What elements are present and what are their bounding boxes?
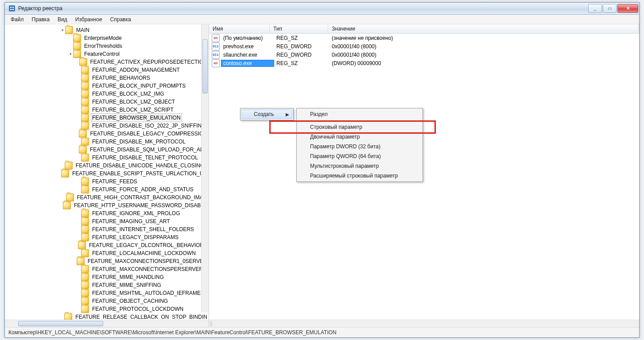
expander-icon[interactable]: ▾ xyxy=(68,50,73,58)
dword-value-icon: 011 xyxy=(212,51,220,59)
tree-item[interactable]: ▾MAIN xyxy=(7,26,209,34)
tree-item[interactable]: FEATURE_BEHAVIORS xyxy=(7,74,209,82)
expander-icon[interactable]: ▾ xyxy=(60,26,65,34)
tree-item[interactable]: FEATURE_DISABLE_MK_PROTOCOL xyxy=(7,138,209,146)
tree-label: FEATURE_BEHAVIORS xyxy=(91,74,151,82)
tree-item[interactable]: FEATURE_BLOCK_LMZ_IMG xyxy=(7,90,209,98)
list-row[interactable]: ab(По умолчанию)REG_SZ(значение не присв… xyxy=(209,34,639,42)
ctx-create[interactable]: Создать ▶ xyxy=(241,109,292,119)
ctx-item[interactable]: Мультистроковый параметр xyxy=(298,161,422,171)
menu-file[interactable]: Файл xyxy=(7,15,28,24)
folder-icon xyxy=(73,50,81,58)
tree-label: FEATURE_DISABLE_LEGACY_COMPRESSION xyxy=(89,130,209,138)
tree-item[interactable]: FEATURE_HIGH_CONTRAST_BACKGROUND_IMAG xyxy=(7,193,209,201)
ctx-item[interactable]: Строковый параметр xyxy=(298,122,422,132)
close-button[interactable]: ✕ xyxy=(617,4,638,13)
context-menu-parent: Создать ▶ xyxy=(240,108,294,120)
folder-icon xyxy=(81,305,89,313)
menubar: Файл Правка Вид Избранное Справка xyxy=(5,15,639,25)
ctx-item[interactable]: Расширяемый строковый параметр xyxy=(298,171,422,181)
tree-item[interactable]: EnterpriseMode xyxy=(7,34,209,42)
tree-item[interactable]: FEATURE_DISABLE_LEGACY_COMPRESSION xyxy=(7,130,209,138)
tree-label: FeatureControl xyxy=(83,50,121,58)
tree-item[interactable]: FEATURE_BLOCK_LMZ_SCRIPT xyxy=(7,106,209,114)
tree-item[interactable]: FEATURE_PROTOCOL_LOCKDOWN xyxy=(7,305,209,313)
tree-item[interactable]: FEATURE_LEGACY_DISPPARAMS xyxy=(7,233,209,241)
tree-item[interactable]: FEATURE_IMAGING_USE_ART xyxy=(7,217,209,225)
tree-label: FEATURE_MAXCONNECTIONSPERSERVER xyxy=(91,265,204,273)
tree-label: ErrorThresholds xyxy=(83,42,124,50)
menu-help[interactable]: Справка xyxy=(106,15,135,24)
list-row[interactable]: 011sllauncher.exeREG_DWORD0x00001f40 (80… xyxy=(209,50,639,59)
col-data[interactable]: Значение xyxy=(328,24,639,33)
tree-item[interactable]: FEATURE_MIME_HANDLING xyxy=(7,273,209,281)
tree-item[interactable]: FEATURE_FEEDS xyxy=(7,178,209,185)
cell-name: sllauncher.exe xyxy=(221,52,274,58)
tree-item[interactable]: FEATURE_ADDON_MANAGEMENT xyxy=(7,66,209,74)
list-header[interactable]: Имя Тип Значение xyxy=(209,24,639,34)
tree-item[interactable]: FEATURE_FORCE_ADDR_AND_STATUS xyxy=(7,185,209,193)
tree-item[interactable]: FEATURE_RELEASE_CALLBACK_ON_STOP_BINDIN xyxy=(7,313,209,320)
value-list-pane: Имя Тип Значение ab(По умолчанию)REG_SZ(… xyxy=(209,24,639,327)
cell-data: 0x00001f40 (8000) xyxy=(330,43,639,50)
ctx-item[interactable]: Раздел xyxy=(298,109,422,119)
cell-data: (DWORD) 00009000 xyxy=(330,60,639,66)
tree-item[interactable]: FEATURE_INTERNET_SHELL_FOLDERS xyxy=(7,225,209,233)
ctx-item[interactable]: Параметр QWORD (64 бита) xyxy=(298,151,422,161)
window-title: Редактор реестра xyxy=(18,5,62,12)
tree-item[interactable]: FEATURE_OBJECT_CACHING xyxy=(7,297,209,305)
col-name[interactable]: Имя xyxy=(209,24,270,33)
tree-item[interactable]: FEATURE_MSHTML_AUTOLOAD_IEFRAME xyxy=(7,289,209,297)
cell-name: contoso.exe xyxy=(221,60,274,67)
tree-label: FEATURE_DISABLE_MK_PROTOCOL xyxy=(91,138,187,146)
tree-label: FEATURE_DISABLE_SQM_UPLOAD_FOR_APP xyxy=(89,146,209,154)
list-horizontal-scrollbar[interactable] xyxy=(209,320,639,327)
tree-item[interactable]: FEATURE_DISABLE_UNICODE_HANDLE_CLOSING_ xyxy=(7,162,209,170)
tree-item[interactable]: ErrorThresholds xyxy=(7,42,209,50)
list-row[interactable]: 011prevhost.exeREG_DWORD0x00001f40 (8000… xyxy=(209,42,639,50)
tree-item[interactable]: FEATURE_HTTP_USERNAME_PASSWORD_DISABLE xyxy=(7,201,209,209)
tree-horizontal-scrollbar[interactable] xyxy=(5,320,209,327)
tree-item[interactable]: FEATURE_DISABLE_SQM_UPLOAD_FOR_APP xyxy=(7,146,209,154)
cell-data: 0x00001f40 (8000) xyxy=(330,52,639,58)
tree-label: FEATURE_LOCALMACHINE_LOCKDOWN xyxy=(91,249,197,257)
tree-item[interactable]: FEATURE_MIME_SNIFFING xyxy=(7,281,209,289)
tree-pane: ▾MAINEnterpriseModeErrorThresholds▾Featu… xyxy=(5,24,209,327)
tree-label: FEATURE_BLOCK_LMZ_OBJECT xyxy=(91,98,176,106)
tree-item[interactable]: FEATURE_LOCALMACHINE_LOCKDOWN xyxy=(7,249,209,257)
tree-item[interactable]: FEATURE_ACTIVEX_REPURPOSEDETECTION xyxy=(7,58,209,66)
tree-item[interactable]: FEATURE_IGNORE_XML_PROLOG xyxy=(7,209,209,217)
menu-edit[interactable]: Правка xyxy=(28,15,54,24)
app-icon xyxy=(8,5,16,12)
menu-favorites[interactable]: Избранное xyxy=(71,15,106,24)
tree-label: FEATURE_DISABLE_TELNET_PROTOCOL xyxy=(91,154,199,162)
maximize-button[interactable]: ▭ xyxy=(603,4,617,13)
tree-item[interactable]: FEATURE_BLOCK_INPUT_PROMPTS xyxy=(7,82,209,90)
ctx-item[interactable]: Двоичный параметр xyxy=(298,132,422,142)
tree-item[interactable]: FEATURE_MAXCONNECTIONSPERSERVER xyxy=(7,265,209,273)
menu-view[interactable]: Вид xyxy=(54,15,71,24)
tree-vertical-scrollbar[interactable] xyxy=(201,24,209,313)
titlebar[interactable]: Редактор реестра _ ▭ ✕ xyxy=(5,3,639,15)
tree-item[interactable]: FEATURE_LEGACY_DLCONTROL_BEHAVIORS xyxy=(7,241,209,249)
tree-label: FEATURE_LEGACY_DLCONTROL_BEHAVIORS xyxy=(88,241,209,249)
tree-label: FEATURE_DISABLE_UNICODE_HANDLE_CLOSING_ xyxy=(74,162,209,170)
tree-item[interactable]: ▾FeatureControl xyxy=(7,50,209,58)
tree-item[interactable]: FEATURE_BROWSER_EMULATION xyxy=(7,114,209,122)
tree-label: FEATURE_INTERNET_SHELL_FOLDERS xyxy=(91,225,195,233)
tree-label: FEATURE_MIME_HANDLING xyxy=(91,273,165,281)
col-type[interactable]: Тип xyxy=(270,24,328,33)
tree-item[interactable]: FEATURE_BLOCK_LMZ_OBJECT xyxy=(7,98,209,106)
tree-item[interactable]: FEATURE_MAXCONNECTIONSPER1_0SERVER xyxy=(7,257,209,265)
ctx-item[interactable]: Параметр DWORD (32 бита) xyxy=(298,142,422,151)
folder-icon xyxy=(81,154,89,162)
tree-label: FEATURE_ACTIVEX_REPURPOSEDETECTION xyxy=(89,58,209,66)
minimize-button[interactable]: _ xyxy=(588,4,602,13)
tree-item[interactable]: FEATURE_DISABLE_TELNET_PROTOCOL xyxy=(7,154,209,162)
tree-item[interactable]: FEATURE_DISABLE_ISO_2022_JP_SNIFFING xyxy=(7,122,209,130)
list-row[interactable]: abcontoso.exeREG_SZ(DWORD) 00009000 xyxy=(209,59,639,67)
tree-label: FEATURE_FORCE_ADDR_AND_STATUS xyxy=(91,185,195,193)
tree-item[interactable]: FEATURE_ENABLE_SCRIPT_PASTE_URLACTION_IF… xyxy=(7,170,209,178)
folder-icon xyxy=(81,249,89,257)
tree-label: FEATURE_MIME_SNIFFING xyxy=(91,281,163,289)
